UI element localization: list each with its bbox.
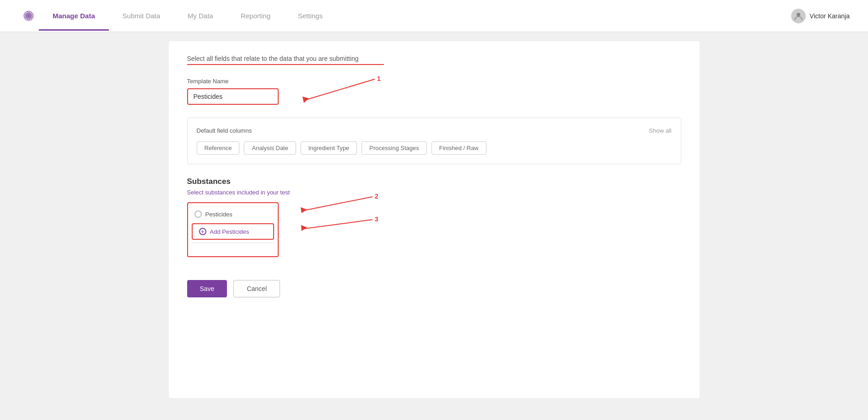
svg-marker-9 <box>302 97 309 103</box>
add-pesticides-item[interactable]: + Add Pesticides <box>192 223 274 240</box>
field-tags: Reference Analysis Date Ingredient Type … <box>197 141 672 155</box>
nav-settings[interactable]: Settings <box>284 1 336 31</box>
svg-text:3: 3 <box>375 215 378 223</box>
nav-my-data[interactable]: My Data <box>174 1 227 31</box>
field-tag-finished-raw: Finished / Raw <box>431 141 486 155</box>
svg-text:2: 2 <box>375 193 378 200</box>
save-button[interactable]: Save <box>187 280 227 297</box>
user-avatar-icon <box>791 9 806 23</box>
svg-line-11 <box>304 197 372 210</box>
default-fields-title: Default field columns <box>197 127 252 134</box>
substances-title: Substances <box>187 177 681 186</box>
field-tag-processing-stages: Processing Stages <box>361 141 426 155</box>
substances-subtitle: Select substances included in your test <box>187 189 681 196</box>
separator <box>192 242 274 243</box>
instruction-text: Select all fields that relate to the dat… <box>187 55 681 62</box>
logo-icon <box>18 5 39 26</box>
instruction-underline <box>187 64 384 65</box>
content-card: Select all fields that relate to the dat… <box>169 41 700 398</box>
section-header: Default field columns Show all <box>197 127 672 134</box>
radio-pesticides[interactable] <box>194 210 202 218</box>
header: Manage Data Submit Data My Data Reportin… <box>0 0 868 32</box>
field-tag-analysis-date: Analysis Date <box>244 141 296 155</box>
substances-box: Pesticides + Add Pesticides <box>187 202 279 257</box>
default-fields-section: Default field columns Show all Reference… <box>187 118 681 164</box>
template-name-section: Template Name 1 <box>187 78 681 105</box>
template-name-input[interactable] <box>187 88 279 105</box>
page-wrapper: Select all fields that relate to the dat… <box>0 32 868 416</box>
show-all-link[interactable]: Show all <box>649 127 671 134</box>
add-pesticides-label: Add Pesticides <box>210 228 249 235</box>
cancel-button[interactable]: Cancel <box>233 280 280 297</box>
buttons-row: Save Cancel <box>187 280 681 297</box>
annotation-arrow-3: 3 <box>279 216 379 243</box>
user-name: Victor Karanja <box>809 12 850 20</box>
field-tag-ingredient-type: Ingredient Type <box>301 141 357 155</box>
nav-manage-data[interactable]: Manage Data <box>39 1 109 31</box>
substance-pesticides-item[interactable]: Pesticides <box>188 207 278 221</box>
svg-line-8 <box>306 79 375 100</box>
nav-bar: Manage Data Submit Data My Data Reportin… <box>39 1 791 31</box>
svg-text:1: 1 <box>377 75 381 82</box>
nav-submit-data[interactable]: Submit Data <box>109 1 174 31</box>
annotation-arrow-1: 1 <box>279 75 379 111</box>
substances-section: Substances Select substances included in… <box>187 177 681 257</box>
svg-point-7 <box>797 13 800 16</box>
plus-icon: + <box>199 228 206 235</box>
svg-line-14 <box>304 220 372 229</box>
user-area: Victor Karanja <box>791 9 850 23</box>
template-name-label: Template Name <box>187 78 681 85</box>
field-tag-reference: Reference <box>197 141 240 155</box>
nav-reporting[interactable]: Reporting <box>227 1 284 31</box>
substance-pesticides-label: Pesticides <box>205 211 232 218</box>
svg-point-6 <box>27 14 30 17</box>
